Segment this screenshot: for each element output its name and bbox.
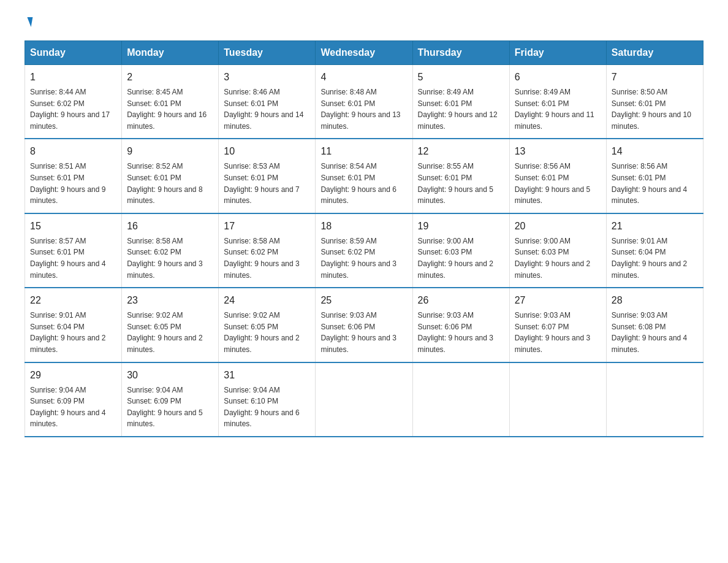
sunset-label: Sunset: 6:03 PM <box>418 248 472 256</box>
day-number: 22 <box>30 293 116 308</box>
daylight-label: Daylight: 9 hours and 4 minutes. <box>30 259 105 280</box>
calendar-week-row: 8 Sunrise: 8:51 AM Sunset: 6:01 PM Dayli… <box>25 139 703 213</box>
day-info: Sunrise: 9:03 AM Sunset: 6:07 PM Dayligh… <box>515 310 601 355</box>
calendar-cell <box>509 362 606 437</box>
daylight-label: Daylight: 9 hours and 6 minutes. <box>224 408 299 429</box>
column-header-thursday: Thursday <box>412 41 509 65</box>
day-number: 15 <box>30 219 116 234</box>
day-info: Sunrise: 9:00 AM Sunset: 6:03 PM Dayligh… <box>418 236 504 281</box>
sunrise-label: Sunrise: 9:03 AM <box>320 311 376 320</box>
sunset-label: Sunset: 6:01 PM <box>515 174 569 182</box>
sunset-label: Sunset: 6:09 PM <box>30 397 85 405</box>
sunset-label: Sunset: 6:01 PM <box>612 174 666 182</box>
calendar-cell: 14 Sunrise: 8:56 AM Sunset: 6:01 PM Dayl… <box>606 139 703 213</box>
day-info: Sunrise: 8:52 AM Sunset: 6:01 PM Dayligh… <box>127 161 213 206</box>
day-info: Sunrise: 8:49 AM Sunset: 6:01 PM Dayligh… <box>418 86 504 132</box>
sunset-label: Sunset: 6:02 PM <box>224 248 278 256</box>
day-number: 24 <box>224 293 310 308</box>
logo <box>25 18 32 28</box>
day-info: Sunrise: 8:55 AM Sunset: 6:01 PM Dayligh… <box>418 161 504 206</box>
day-number: 17 <box>224 219 310 234</box>
sunrise-label: Sunrise: 9:02 AM <box>127 311 183 320</box>
calendar-cell: 4 Sunrise: 8:48 AM Sunset: 6:01 PM Dayli… <box>316 65 412 139</box>
sunset-label: Sunset: 6:02 PM <box>30 99 85 108</box>
sunset-label: Sunset: 6:01 PM <box>127 99 181 108</box>
sunrise-label: Sunrise: 9:03 AM <box>612 311 667 320</box>
sunset-label: Sunset: 6:04 PM <box>30 323 85 331</box>
daylight-label: Daylight: 9 hours and 11 minutes. <box>515 110 594 131</box>
calendar-cell: 30 Sunrise: 9:04 AM Sunset: 6:09 PM Dayl… <box>122 362 219 437</box>
column-header-friday: Friday <box>509 41 606 65</box>
sunrise-label: Sunrise: 9:01 AM <box>30 311 86 320</box>
calendar-cell: 9 Sunrise: 8:52 AM Sunset: 6:01 PM Dayli… <box>122 139 219 213</box>
daylight-label: Daylight: 9 hours and 12 minutes. <box>418 110 498 131</box>
sunrise-label: Sunrise: 8:51 AM <box>30 162 86 170</box>
day-number: 21 <box>612 219 698 234</box>
sunset-label: Sunset: 6:01 PM <box>30 174 85 182</box>
daylight-label: Daylight: 9 hours and 2 minutes. <box>612 259 687 280</box>
sunset-label: Sunset: 6:07 PM <box>515 323 569 331</box>
sunrise-label: Sunrise: 9:02 AM <box>224 311 279 320</box>
sunrise-label: Sunrise: 8:46 AM <box>224 88 279 96</box>
sunset-label: Sunset: 6:08 PM <box>612 323 666 331</box>
calendar-cell: 18 Sunrise: 8:59 AM Sunset: 6:02 PM Dayl… <box>316 213 412 288</box>
daylight-label: Daylight: 9 hours and 13 minutes. <box>320 110 400 131</box>
calendar-cell: 12 Sunrise: 8:55 AM Sunset: 6:01 PM Dayl… <box>412 139 509 213</box>
column-header-sunday: Sunday <box>25 41 122 65</box>
day-number: 10 <box>224 144 310 159</box>
calendar-cell: 10 Sunrise: 8:53 AM Sunset: 6:01 PM Dayl… <box>219 139 316 213</box>
day-info: Sunrise: 9:01 AM Sunset: 6:04 PM Dayligh… <box>30 310 116 355</box>
day-info: Sunrise: 9:00 AM Sunset: 6:03 PM Dayligh… <box>515 236 601 281</box>
calendar-cell <box>606 362 703 437</box>
day-info: Sunrise: 8:56 AM Sunset: 6:01 PM Dayligh… <box>515 161 601 206</box>
calendar-cell: 21 Sunrise: 9:01 AM Sunset: 6:04 PM Dayl… <box>606 213 703 288</box>
sunrise-label: Sunrise: 8:54 AM <box>320 162 376 170</box>
daylight-label: Daylight: 9 hours and 3 minutes. <box>320 259 396 280</box>
day-number: 12 <box>418 144 504 159</box>
column-header-saturday: Saturday <box>606 41 703 65</box>
day-info: Sunrise: 8:54 AM Sunset: 6:01 PM Dayligh… <box>320 161 407 206</box>
day-info: Sunrise: 8:46 AM Sunset: 6:01 PM Dayligh… <box>224 86 310 132</box>
sunset-label: Sunset: 6:01 PM <box>224 99 278 108</box>
day-info: Sunrise: 9:02 AM Sunset: 6:05 PM Dayligh… <box>224 310 310 355</box>
sunset-label: Sunset: 6:01 PM <box>320 174 375 182</box>
day-number: 8 <box>30 144 116 159</box>
day-number: 26 <box>418 293 504 308</box>
day-number: 16 <box>127 219 213 234</box>
calendar-cell: 15 Sunrise: 8:57 AM Sunset: 6:01 PM Dayl… <box>25 213 122 288</box>
daylight-label: Daylight: 9 hours and 4 minutes. <box>612 185 687 205</box>
calendar-week-row: 29 Sunrise: 9:04 AM Sunset: 6:09 PM Dayl… <box>25 362 703 437</box>
sunset-label: Sunset: 6:06 PM <box>320 323 375 331</box>
day-number: 18 <box>320 219 407 234</box>
daylight-label: Daylight: 9 hours and 14 minutes. <box>224 110 303 131</box>
daylight-label: Daylight: 9 hours and 3 minutes. <box>418 334 493 354</box>
daylight-label: Daylight: 9 hours and 9 minutes. <box>30 185 105 205</box>
sunrise-label: Sunrise: 8:53 AM <box>224 162 279 170</box>
day-info: Sunrise: 9:03 AM Sunset: 6:08 PM Dayligh… <box>612 310 698 355</box>
sunset-label: Sunset: 6:03 PM <box>515 248 569 256</box>
day-number: 7 <box>612 70 698 85</box>
day-number: 4 <box>320 70 407 85</box>
calendar-cell: 26 Sunrise: 9:03 AM Sunset: 6:06 PM Dayl… <box>412 288 509 362</box>
calendar-cell: 27 Sunrise: 9:03 AM Sunset: 6:07 PM Dayl… <box>509 288 606 362</box>
sunset-label: Sunset: 6:01 PM <box>418 174 472 182</box>
daylight-label: Daylight: 9 hours and 3 minutes. <box>224 259 299 280</box>
sunset-label: Sunset: 6:10 PM <box>224 397 278 405</box>
calendar-week-row: 1 Sunrise: 8:44 AM Sunset: 6:02 PM Dayli… <box>25 65 703 139</box>
day-number: 31 <box>224 368 310 383</box>
daylight-label: Daylight: 9 hours and 5 minutes. <box>127 408 202 429</box>
column-header-monday: Monday <box>122 41 219 65</box>
day-info: Sunrise: 9:03 AM Sunset: 6:06 PM Dayligh… <box>418 310 504 355</box>
calendar-header: SundayMondayTuesdayWednesdayThursdayFrid… <box>25 41 703 65</box>
daylight-label: Daylight: 9 hours and 3 minutes. <box>127 259 202 280</box>
daylight-label: Daylight: 9 hours and 8 minutes. <box>127 185 202 205</box>
sunrise-label: Sunrise: 8:49 AM <box>515 88 571 96</box>
calendar-cell: 16 Sunrise: 8:58 AM Sunset: 6:02 PM Dayl… <box>122 213 219 288</box>
calendar-cell <box>412 362 509 437</box>
calendar-cell: 8 Sunrise: 8:51 AM Sunset: 6:01 PM Dayli… <box>25 139 122 213</box>
sunset-label: Sunset: 6:02 PM <box>127 248 181 256</box>
calendar-table: SundayMondayTuesdayWednesdayThursdayFrid… <box>25 40 703 437</box>
day-number: 30 <box>127 368 213 383</box>
sunset-label: Sunset: 6:01 PM <box>224 174 278 182</box>
sunrise-label: Sunrise: 8:55 AM <box>418 162 474 170</box>
